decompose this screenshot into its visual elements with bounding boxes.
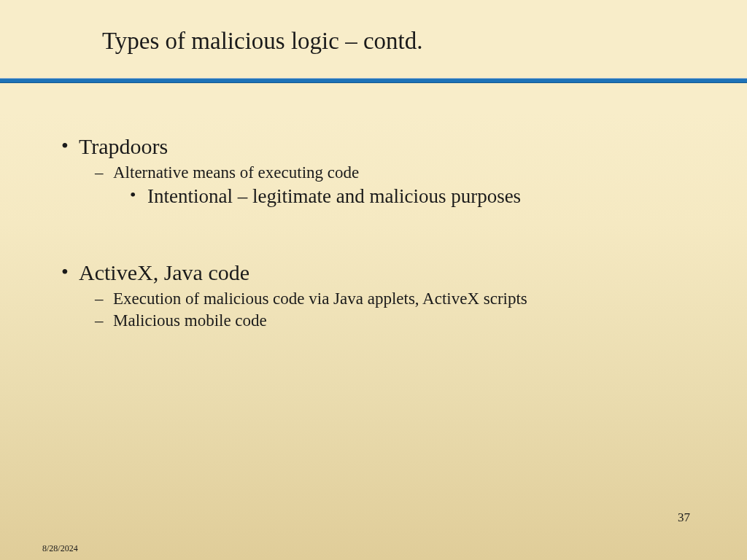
- slide-content: Trapdoors Alternative means of executing…: [0, 83, 747, 330]
- bullet-level3: Intentional – legitimate and malicious p…: [58, 185, 703, 208]
- bullet-text: ActiveX, Java code: [79, 260, 249, 284]
- bullet-level2: Execution of malicious code via Java app…: [58, 289, 703, 308]
- slide-title: Types of malicious logic – contd.: [102, 28, 747, 55]
- slide-header: Types of malicious logic – contd.: [0, 0, 747, 80]
- bullet-text: Intentional – legitimate and malicious p…: [147, 185, 521, 207]
- bullet-text: Execution of malicious code via Java app…: [113, 289, 527, 308]
- divider-line: [0, 78, 747, 83]
- bullet-level2: Malicious mobile code: [58, 311, 703, 330]
- date-footer: 8/28/2024: [42, 543, 78, 554]
- page-number: 37: [678, 510, 690, 525]
- bullet-text: Malicious mobile code: [113, 311, 267, 330]
- bullet-text: Trapdoors: [79, 134, 168, 158]
- section-spacer: [58, 211, 703, 260]
- bullet-text: Alternative means of executing code: [113, 163, 359, 182]
- bullet-level1: ActiveX, Java code: [58, 260, 703, 285]
- bullet-level1: Trapdoors: [58, 134, 703, 159]
- bullet-level2: Alternative means of executing code: [58, 163, 703, 182]
